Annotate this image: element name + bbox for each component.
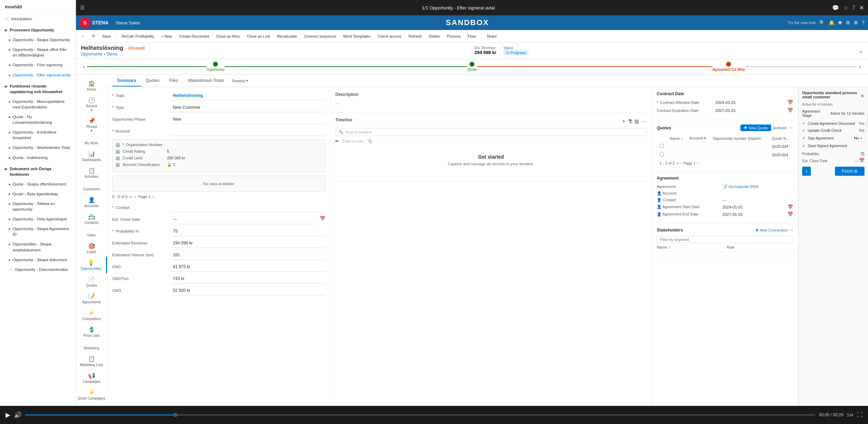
delete-button[interactable]: Delete — [426, 33, 442, 39]
toc-opp-fore[interactable]: ● Opportunity - Före signering — [0, 60, 76, 70]
nav-item-sales[interactable]: Sales — [76, 230, 107, 240]
toc-opp-skapa-avt[interactable]: ● Opportunities - Skapa avtalsdokument — [0, 239, 76, 255]
nav-item-campaigns[interactable]: 📢 Campaigns — [76, 370, 107, 386]
toc-opp-skapa[interactable]: ● Opportunity - Skapa Opportunity — [0, 35, 76, 45]
quotes-more-button[interactable]: ⋯ — [789, 124, 793, 131]
quotes-next[interactable]: › — [697, 160, 698, 166]
contract-expiration-value[interactable]: 2027-01-01 — [715, 108, 785, 113]
stage-opportunity[interactable]: Opportunity — [87, 62, 344, 71]
close-icon[interactable]: ✕ — [859, 5, 864, 11]
toc-opp-dela[interactable]: ● Opportunity - Dela äganskapet — [0, 214, 76, 224]
recalc-button[interactable]: ReCalc Profitability — [119, 33, 157, 39]
back-button[interactable]: ← — [79, 33, 87, 39]
timeline-grid-button[interactable]: ⊞ — [634, 118, 639, 125]
bookmark-icon[interactable]: ☆ — [843, 5, 848, 11]
tab-summary[interactable]: Summary — [112, 75, 141, 86]
settings-icon[interactable]: ⚙ — [854, 20, 858, 25]
share-icon[interactable]: ⤴ — [852, 5, 855, 11]
process-button[interactable]: Process — [444, 33, 463, 39]
nav-item-opportunities[interactable]: 💡 Opportunities — [76, 257, 107, 273]
toc-opp-waste[interactable]: ● Opportunity - Wastestream Total — [0, 143, 76, 152]
add-icon[interactable]: ✚ — [838, 20, 842, 25]
nav-item-customers[interactable]: Customers — [76, 184, 107, 194]
new-quote-button[interactable]: ✚ New Quote — [740, 124, 771, 131]
topic-value[interactable]: Helhetslösning — [171, 92, 325, 100]
toc-opp-skapa-agr[interactable]: ● Opportunity - Skapa Agreement ID — [0, 224, 76, 239]
row-radio-2[interactable] — [660, 152, 664, 157]
col-quote-n[interactable]: Quote N... — [769, 135, 793, 142]
check-access-button[interactable]: Check access — [375, 33, 404, 39]
timeline-add-button[interactable]: + — [622, 118, 625, 125]
contract-effective-value[interactable]: 2024-01-01 — [715, 100, 785, 105]
tab-wastestream[interactable]: Wastestream Totals — [183, 75, 229, 86]
account-value[interactable] — [171, 128, 325, 136]
tab-quotes[interactable]: Quotes — [141, 75, 165, 86]
hamburger-icon[interactable]: ☰ — [80, 5, 85, 10]
bell-icon[interactable]: 🔔 — [829, 20, 835, 25]
new-connection-button[interactable]: ✚ New Connection — [755, 228, 788, 233]
col-name[interactable]: Name ↕ — [667, 135, 686, 142]
toc-section-dok[interactable]: ▶ Dokument och Övriga funktioner — [0, 164, 76, 179]
nav-item-pinned[interactable]: 📌 Pinned ▾ — [76, 115, 107, 135]
volume-button[interactable]: 🔊 — [14, 411, 22, 419]
toc-quote-inakt[interactable]: ● Quote - Inaktivering — [0, 153, 76, 162]
org-number-value[interactable] — [167, 143, 322, 147]
toc-item-intro[interactable]: 📄 Introduktion — [0, 14, 76, 24]
quotes-prev[interactable]: ‹ — [680, 160, 682, 166]
expand-button[interactable]: ⌄ — [859, 47, 863, 54]
stage-quote[interactable]: Quote — [344, 62, 600, 71]
opp-phase-value[interactable]: New — [171, 116, 325, 124]
next-btn[interactable]: › — [152, 194, 154, 199]
est-close-cal-icon[interactable]: 📅 — [859, 158, 865, 163]
connect-seq-button[interactable]: Connect sequence — [302, 33, 338, 39]
table-row[interactable]: QUO-024 — [657, 151, 793, 159]
calendar-icon[interactable]: 📅 — [320, 216, 325, 221]
nav-item-marketing[interactable]: Marketing — [76, 343, 107, 353]
calendar-effective-icon[interactable]: 📅 — [787, 100, 793, 105]
share-button[interactable]: Share — [484, 33, 499, 39]
prev-btn[interactable]: ‹ — [135, 194, 136, 199]
quotes-prev-prev[interactable]: ‹‹ — [676, 160, 679, 166]
sign-agreement-dropdown[interactable]: No ▾ — [852, 135, 865, 141]
chat-icon[interactable]: 💬 — [832, 5, 839, 11]
progress-bar[interactable] — [25, 414, 815, 416]
try-new-look[interactable]: Try the new look — [788, 21, 816, 25]
play-button[interactable]: ▶ — [6, 411, 10, 419]
quotes-refresh-button[interactable]: Refresh — [773, 124, 787, 131]
nav-item-dashboards[interactable]: 📊 Dashboards — [76, 148, 107, 165]
create-doc-button[interactable]: Create Document — [177, 33, 212, 39]
help-icon[interactable]: ? — [862, 20, 865, 25]
close-won-button[interactable]: Close as Won — [214, 33, 242, 39]
new-button[interactable]: + New — [159, 33, 175, 39]
nav-item-accounts[interactable]: 👤 Accounts — [76, 194, 107, 211]
refresh-button[interactable]: ↻ — [90, 33, 98, 39]
toc-opp-dok-mall[interactable]: 📄 Opportunity - Dokumentmallar — [0, 265, 76, 274]
finish-button[interactable]: Finish ⊞ — [835, 167, 865, 176]
type-value[interactable]: New Customer — [171, 104, 325, 112]
stena-link[interactable]: Stena — [106, 52, 117, 56]
toc-opp-kontroll[interactable]: ● Opportunity - Kontrollera lönsamhet — [0, 127, 76, 143]
est-close-value[interactable]: --- — [171, 216, 317, 224]
col-account[interactable]: Account ▾ — [686, 135, 710, 142]
fullscreen-button[interactable]: ⛶ — [857, 412, 862, 418]
toc-quote-byta[interactable]: ● Quote - Byta ägandeskap — [0, 189, 76, 199]
probability-value[interactable]: 75 — [171, 228, 325, 236]
timeline-filter-button[interactable]: ⚗ — [627, 118, 632, 125]
nav-item-contacts[interactable]: 📇 Contacts — [76, 211, 107, 227]
refresh-btn2[interactable]: Refresh — [406, 33, 424, 39]
toc-opp-mass[interactable]: ● Opportunity - Massuppdatera med Export… — [0, 97, 76, 112]
toc-opp-skapa-dok[interactable]: ● Opportunity - Skapa dokument — [0, 255, 76, 265]
stage-agreement[interactable]: Agreement (12 Min) — [600, 62, 857, 71]
note-attach-icon[interactable]: 📎 — [367, 139, 373, 144]
nav-item-mywork[interactable]: My Work — [76, 138, 107, 148]
tab-files[interactable]: Files — [164, 75, 183, 86]
row-radio-1[interactable] — [660, 144, 664, 148]
recalculate-button[interactable]: Recalculate — [275, 33, 299, 39]
col-opp-number[interactable]: Opportunity number (Opport... — [710, 135, 769, 142]
nav-item-quotes[interactable]: 📄 Quotes — [76, 273, 107, 290]
opp-panel-close[interactable]: ✕ — [860, 93, 865, 99]
nav-item-agreements[interactable]: 📝 Agreements — [76, 290, 107, 307]
agreement-link[interactable]: 📝 Huvudavtal 2024 — [722, 184, 759, 189]
word-templates-button[interactable]: Word Templates — [341, 33, 373, 39]
timeline-more-button[interactable]: ⋯ — [641, 118, 647, 125]
